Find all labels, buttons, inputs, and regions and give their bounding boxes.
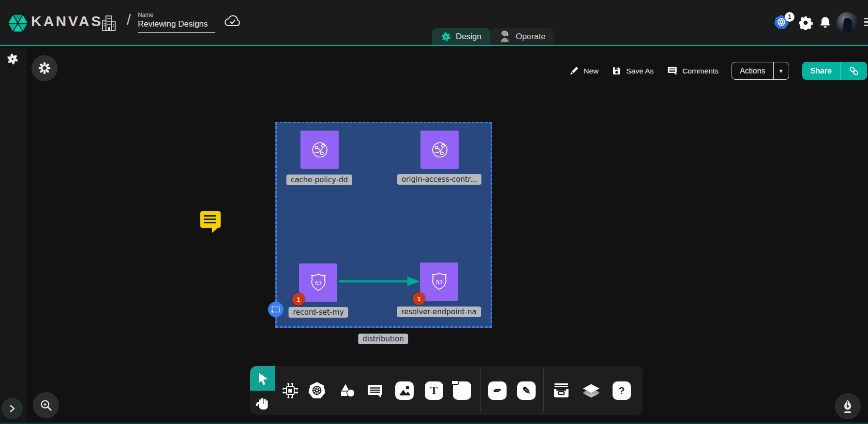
- zoom-in-button[interactable]: [33, 392, 59, 418]
- tab-design[interactable]: Design: [432, 28, 490, 45]
- layers-icon: [583, 383, 599, 398]
- organization-icon[interactable]: [101, 14, 117, 32]
- tab-operate-label: Operate: [516, 32, 545, 42]
- sidebar-expand-button[interactable]: [1, 398, 23, 419]
- node-record-set[interactable]: 53: [299, 263, 337, 302]
- infrastructure-chip-tool[interactable]: [281, 381, 300, 400]
- node-origin-access[interactable]: [420, 131, 459, 169]
- tab-operate[interactable]: Operate: [490, 28, 554, 45]
- share-label: Share: [802, 62, 840, 80]
- comments-label: Comments: [682, 67, 718, 75]
- save-as-label: Save As: [626, 67, 654, 75]
- node-label-cache-policy: cache-policy-dd: [286, 175, 352, 185]
- sticky-note-icon: [453, 381, 471, 400]
- pen-nib-icon: [841, 399, 854, 413]
- comment-bubble-icon: [366, 382, 384, 399]
- node-label-record-set: record-set-my: [288, 307, 348, 318]
- edge-record-to-resolver[interactable]: [337, 275, 422, 288]
- pen-tool-icon: ✒: [488, 381, 507, 400]
- kubernetes-context-button[interactable]: 1: [773, 14, 795, 32]
- node-resolver-endpoint[interactable]: 53: [420, 263, 458, 301]
- settings-gear-icon[interactable]: [798, 15, 813, 30]
- save-as-button[interactable]: Save As: [612, 66, 654, 76]
- svg-text:53: 53: [436, 278, 443, 285]
- kanvas-logo-icon[interactable]: [7, 12, 29, 34]
- mode-tabs: Design Operate: [432, 28, 554, 45]
- actions-label: Actions: [732, 62, 773, 79]
- comments-icon: [667, 65, 678, 76]
- node-cache-policy[interactable]: [300, 131, 339, 169]
- meshery-spiral-icon[interactable]: [6, 53, 19, 65]
- kanvas-app: KANVAS / Name: [0, 0, 868, 424]
- design-action-bar: New Save As Comments Actions ▾ Share: [569, 62, 867, 80]
- kubernetes-tool[interactable]: [307, 381, 327, 400]
- note-tool[interactable]: [453, 381, 471, 400]
- resolver-error-badge[interactable]: 1: [413, 292, 425, 305]
- operate-person-icon: [499, 30, 511, 43]
- help-question-icon: ?: [613, 381, 631, 400]
- design-spiral-icon: [441, 31, 451, 42]
- shapes-icon: [339, 382, 356, 399]
- text-icon: T: [425, 381, 443, 400]
- left-sidebar: [0, 47, 26, 423]
- kubernetes-badge: 1: [785, 12, 794, 22]
- user-avatar[interactable]: [837, 12, 858, 33]
- chip-icon: [281, 381, 300, 400]
- route53-shield-icon: 53: [428, 271, 450, 293]
- caret-down-icon[interactable]: ▾: [773, 62, 789, 79]
- design-name-input[interactable]: [138, 19, 215, 33]
- copy-link-icon[interactable]: [840, 62, 867, 80]
- logo-wordmark: KANVAS: [31, 13, 103, 29]
- header: KANVAS / Name: [0, 0, 868, 46]
- actions-dropdown-button[interactable]: Actions ▾: [732, 62, 789, 80]
- pen-nib-button[interactable]: [835, 393, 861, 419]
- notifications-bell-icon[interactable]: [819, 15, 832, 30]
- floppy-save-icon: [612, 66, 622, 76]
- pencil-new-icon: [569, 66, 579, 76]
- chevron-right-icon: [9, 405, 15, 412]
- freehand-draw-tool[interactable]: ✎: [517, 381, 536, 400]
- select-tool[interactable]: [250, 366, 275, 391]
- magnifier-plus-icon: [39, 398, 53, 412]
- tab-design-label: Design: [456, 32, 481, 42]
- new-button[interactable]: New: [569, 66, 599, 76]
- image-tool[interactable]: [395, 381, 414, 400]
- shapes-tool[interactable]: [339, 382, 356, 399]
- hand-icon: [255, 395, 270, 410]
- cloud-saved-icon: [224, 14, 242, 29]
- help-tool[interactable]: ?: [613, 381, 631, 400]
- kubernetes-wheel-icon: [307, 381, 327, 400]
- svg-text:53: 53: [315, 279, 322, 286]
- cursor-arrow-icon: [256, 371, 269, 386]
- layers-tool[interactable]: [583, 383, 599, 398]
- breadcrumb-separator: /: [127, 12, 131, 28]
- drawer-icon: [552, 382, 570, 399]
- node-label-origin-access: origin-access-contr...: [397, 174, 481, 185]
- cloudfront-globe-icon: [309, 139, 331, 161]
- pen-path-tool[interactable]: ✒: [488, 381, 507, 400]
- canvas-comment-marker[interactable]: [200, 211, 221, 228]
- components-drawer-tool[interactable]: [552, 382, 570, 399]
- menu-hamburger-icon[interactable]: [864, 18, 868, 28]
- dashed-rect-icon: [271, 306, 280, 313]
- image-icon: [395, 381, 414, 400]
- pencil-draw-icon: ✎: [517, 381, 536, 400]
- canvas-settings-button[interactable]: [31, 55, 58, 81]
- group-label-distribution: distribution: [358, 334, 408, 344]
- comment-tool[interactable]: [366, 382, 384, 399]
- record-set-error-badge[interactable]: 1: [292, 293, 305, 306]
- tools-toolbar: T ✒ ✎: [250, 366, 643, 415]
- asterisk-gear-icon: [38, 62, 51, 74]
- group-selection-handle[interactable]: [268, 302, 284, 317]
- pan-hand-tool[interactable]: [250, 391, 275, 415]
- comments-button[interactable]: Comments: [667, 65, 718, 76]
- share-button[interactable]: Share: [802, 62, 867, 80]
- node-label-resolver: resolver-endpoint-na: [397, 307, 481, 317]
- name-label: Name: [138, 12, 216, 18]
- new-label: New: [584, 67, 599, 75]
- cloudfront-globe-icon: [429, 139, 451, 161]
- design-name-field: Name: [138, 12, 216, 33]
- text-tool[interactable]: T: [425, 381, 443, 400]
- route53-shield-icon: 53: [307, 272, 329, 294]
